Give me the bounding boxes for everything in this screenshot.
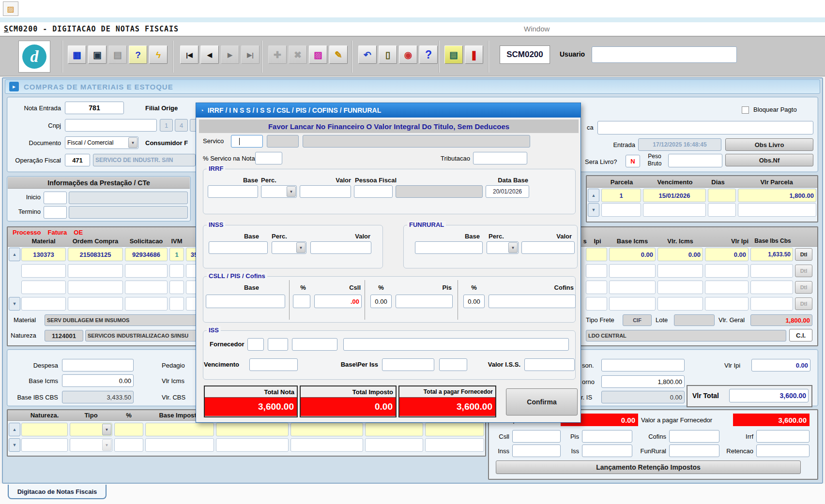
item-cell-empty[interactable] — [750, 264, 793, 278]
nat-cell[interactable] — [114, 423, 143, 436]
iss-per-input[interactable] — [439, 358, 467, 371]
cofins-pct-input[interactable]: 0.00 — [463, 295, 485, 308]
item-cell-empty[interactable] — [750, 281, 793, 294]
parcela-row-vencimento[interactable]: 15/01/2026 — [643, 189, 706, 202]
item-cell-empty[interactable] — [586, 281, 607, 294]
termino-input[interactable] — [44, 206, 67, 219]
chevron-down-icon[interactable]: ▼ — [508, 242, 518, 253]
csll-base-input[interactable] — [206, 295, 285, 308]
nat-cell[interactable] — [21, 423, 68, 436]
csll-pct-input[interactable] — [293, 295, 310, 308]
clipboard-button[interactable]: ▯ — [379, 45, 397, 64]
iss-fornecedor-input2[interactable] — [268, 338, 288, 351]
item-vlr-icms[interactable]: 0.00 — [657, 248, 703, 261]
parcela-row-empty[interactable] — [643, 203, 706, 217]
tab-oe[interactable]: OE — [74, 229, 83, 236]
funrural-valor-input[interactable] — [521, 241, 575, 254]
item-cell-empty[interactable] — [68, 264, 123, 278]
iss-input[interactable] — [582, 445, 632, 457]
item-ivm[interactable]: 1 — [169, 248, 184, 261]
tab-fatura[interactable]: Fatura — [48, 229, 67, 236]
tab-processo[interactable]: Processo — [13, 229, 41, 236]
pis-input[interactable] — [582, 430, 632, 443]
nat-cell[interactable] — [290, 438, 363, 452]
nat-cell[interactable] — [365, 438, 423, 452]
nat-cell-tipo[interactable]: ▼ — [70, 438, 112, 452]
csll-valor-input[interactable]: .00 — [314, 295, 362, 308]
undo-button[interactable]: ↶ — [358, 45, 377, 64]
item-cell-empty[interactable] — [586, 264, 607, 278]
despesa-input[interactable] — [62, 359, 134, 371]
cnpj-input[interactable] — [65, 119, 157, 132]
iss-fornecedor-nome-input[interactable] — [343, 338, 569, 351]
nat-cell[interactable] — [145, 438, 214, 452]
operacao-fiscal-input[interactable]: 471 — [65, 154, 90, 166]
iss-fornecedor-input1[interactable] — [247, 338, 264, 351]
chevron-down-icon[interactable]: ▼ — [102, 424, 111, 435]
item-cell-empty[interactable] — [657, 281, 703, 294]
irrf-input[interactable] — [756, 430, 810, 443]
previous-record-button[interactable]: ◀ — [200, 45, 219, 64]
inicio-input[interactable] — [44, 192, 67, 204]
last-record-button[interactable]: ▶| — [241, 45, 260, 64]
confirma-button[interactable]: Confirma — [506, 388, 578, 415]
cofins-valor-input[interactable] — [489, 295, 576, 308]
item-base-ibs-cbs[interactable]: 1,633.50 — [750, 248, 793, 261]
funrural-base-input[interactable] — [415, 241, 483, 254]
chevron-down-icon[interactable]: ▼ — [102, 439, 111, 451]
inss-perc-select[interactable]: ▼ — [272, 241, 306, 254]
item-cell-empty[interactable] — [657, 264, 703, 278]
item-cell-empty[interactable] — [750, 297, 793, 311]
item-cell-empty[interactable] — [705, 264, 749, 278]
first-record-button[interactable]: |◀ — [180, 45, 199, 64]
irrf-base-input[interactable] — [208, 185, 258, 198]
nat-cell[interactable] — [145, 423, 214, 436]
nat-cell[interactable] — [425, 438, 484, 452]
inss-input[interactable] — [512, 445, 561, 457]
pis-pct-input[interactable]: 0.00 — [370, 295, 392, 308]
process-button[interactable]: ϟ — [149, 45, 168, 64]
dtl-button[interactable]: Dtl — [795, 248, 812, 261]
chevron-down-icon[interactable]: ▼ — [296, 242, 306, 253]
item-cell-empty[interactable] — [169, 281, 184, 294]
item-cell-empty[interactable] — [125, 264, 168, 278]
natureza-scroll-down[interactable]: ▼ — [9, 438, 20, 452]
nat-cell[interactable] — [21, 438, 68, 452]
usuario-input[interactable] — [592, 46, 737, 63]
help-button[interactable]: ? — [419, 45, 438, 64]
sera-livro-input[interactable]: N — [626, 155, 640, 167]
nat-cell-tipo[interactable]: ▼ — [70, 423, 112, 436]
inss-base-input[interactable] — [209, 241, 268, 254]
cofins-input[interactable] — [669, 430, 719, 443]
dtl-button[interactable]: Dtl — [795, 297, 812, 310]
menu-window[interactable]: Window — [524, 25, 550, 33]
perc-servico-input[interactable] — [255, 152, 282, 164]
desconto-input[interactable] — [601, 359, 685, 371]
funrural-input[interactable] — [669, 445, 719, 457]
bloquear-pagto-checkbox[interactable] — [742, 106, 749, 114]
item-cell-empty[interactable] — [68, 281, 123, 294]
screen-button[interactable]: ▣ — [88, 45, 107, 64]
tax-dialog-titlebar[interactable]: ◔ IRRF / I N S S / I S S / CSL / PIS / C… — [196, 103, 581, 118]
item-cell-empty[interactable] — [21, 264, 66, 278]
item-cell-empty[interactable] — [705, 297, 749, 311]
parcela-row-empty[interactable] — [601, 203, 641, 217]
status-tab[interactable]: Digitacao de Notas Fiscais — [8, 485, 107, 499]
item-cell-empty[interactable] — [586, 297, 607, 311]
app-taskbar-button[interactable]: ▨ — [3, 1, 18, 16]
item-ipi-cell[interactable] — [586, 248, 607, 261]
item-cell-empty[interactable] — [68, 297, 123, 311]
exit-button[interactable]: ❚ — [465, 45, 483, 64]
dtl-button[interactable]: Dtl — [795, 265, 812, 277]
lancamento-retencao-button[interactable]: Lançamento Retenção Impostos — [496, 460, 801, 474]
item-solicitacao[interactable]: 92934686 — [125, 248, 168, 261]
peso-bruto-input[interactable] — [668, 154, 722, 167]
pis-valor-input[interactable] — [396, 295, 453, 308]
item-cell-empty[interactable] — [169, 297, 184, 311]
base-icms-input[interactable]: 0.00 — [62, 374, 134, 387]
irrf-pessoa-input[interactable] — [354, 185, 393, 198]
delete-button[interactable]: ✖ — [289, 45, 307, 64]
item-cell-empty[interactable] — [169, 264, 184, 278]
parcela-row-empty[interactable] — [708, 203, 736, 217]
dtl-button[interactable]: Dtl — [795, 281, 812, 294]
